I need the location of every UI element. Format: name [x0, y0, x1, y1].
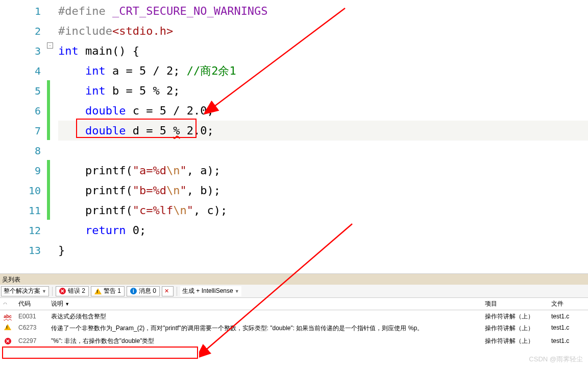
- line-number: 1: [0, 1, 47, 21]
- line-number: 12: [0, 220, 47, 240]
- code-line[interactable]: int a = 5 / 2; //商2余1: [58, 61, 588, 81]
- intellisense-error-icon: abc: [4, 314, 12, 319]
- build-intellisense-label: 生成 + IntelliSense: [182, 287, 233, 295]
- warnings-filter-button[interactable]: 警告 1: [91, 286, 125, 296]
- token-plain: c = 5 / 2.0;: [126, 104, 213, 117]
- code-line[interactable]: return 0;: [58, 220, 588, 240]
- code-line[interactable]: printf("a=%d\n", a);: [58, 160, 588, 180]
- token-str: ": [180, 164, 186, 177]
- error-file[interactable]: test1.c: [548, 337, 588, 344]
- solution-filter-combo[interactable]: 整个解决方案 ▼: [1, 286, 49, 296]
- error-row[interactable]: abcE0031表达式必须包含整型操作符讲解（上）test1.c: [0, 310, 588, 322]
- col-code[interactable]: 代码: [15, 299, 48, 308]
- token-pp: #define: [58, 5, 106, 17]
- modified-indicator: [47, 160, 50, 220]
- error-row[interactable]: ✕C2297"%": 非法，右操作数包含"double"类型操作符讲解（上）te…: [0, 335, 588, 347]
- clear-icon: [164, 288, 171, 294]
- token-plain: b = 5 % 2;: [106, 84, 180, 97]
- token-plain: 2.0;: [180, 124, 213, 137]
- error-file[interactable]: test1.c: [548, 324, 588, 331]
- code-line[interactable]: #define _CRT_SECURE_NO_WARNINGS: [58, 1, 588, 21]
- error-project: 操作符讲解（上）: [482, 312, 548, 321]
- error-list-title: 吴列表: [0, 273, 588, 285]
- messages-filter-button[interactable]: i 消息 0: [127, 286, 160, 296]
- error-description: "%": 非法，右操作数包含"double"类型: [48, 337, 482, 345]
- token-comment: //商2余1: [187, 63, 236, 79]
- col-proj[interactable]: 项目: [482, 299, 548, 308]
- token-esc: \n: [166, 164, 180, 177]
- token-plain: 0;: [126, 224, 146, 237]
- token-plain: printf(: [85, 204, 133, 217]
- line-number: 7: [0, 121, 47, 141]
- token-plain: printf(: [85, 164, 133, 177]
- token-kw: int: [58, 44, 79, 57]
- token-str: "b=%d: [133, 184, 166, 197]
- token-plain: main() {: [79, 44, 139, 57]
- error-code[interactable]: E0031: [15, 313, 48, 320]
- solution-filter-label: 整个解决方案: [4, 287, 40, 295]
- error-description: 表达式必须包含整型: [48, 312, 482, 321]
- warning-icon: [4, 324, 11, 330]
- error-code[interactable]: C6273: [15, 324, 48, 331]
- token-kw: int: [85, 64, 106, 77]
- line-number: 6: [0, 101, 47, 121]
- token-plain: a = 5 / 2;: [106, 64, 187, 77]
- errors-count-label: 错误 2: [68, 287, 85, 295]
- code-line[interactable]: int main() {: [58, 41, 588, 61]
- token-str: "a=%d: [133, 164, 166, 177]
- error-project: 操作符讲解（上）: [482, 324, 548, 333]
- token-str: ": [187, 204, 193, 217]
- col-desc[interactable]: 说明 ▼: [48, 299, 482, 308]
- token-plain: d = 5: [126, 124, 173, 137]
- code-line[interactable]: double d = 5 % 2.0;: [58, 121, 588, 141]
- build-intellisense-combo[interactable]: 生成 + IntelliSense ▼: [180, 286, 241, 296]
- error-code[interactable]: C2297: [15, 337, 48, 344]
- line-number-gutter: 12345678910111213: [0, 0, 47, 273]
- code-line[interactable]: }: [58, 240, 588, 260]
- info-icon: i: [130, 288, 137, 294]
- code-editor[interactable]: 12345678910111213 - #define _CRT_SECURE_…: [0, 0, 588, 273]
- separator: [52, 287, 53, 296]
- col-icon[interactable]: ᐟᐠ: [0, 301, 15, 308]
- warnings-count-label: 警告 1: [104, 287, 121, 295]
- error-file[interactable]: test1.c: [548, 313, 588, 320]
- clear-button[interactable]: [162, 286, 174, 296]
- error-row-icon: ✕: [0, 338, 15, 344]
- line-number: 10: [0, 180, 47, 200]
- code-line[interactable]: int b = 5 % 2;: [58, 81, 588, 101]
- code-line[interactable]: double c = 5 / 2.0;: [58, 101, 588, 121]
- token-plain: }: [58, 244, 65, 257]
- token-plain: , b);: [187, 184, 220, 197]
- code-line[interactable]: #include<stdio.h>: [58, 21, 588, 41]
- line-number: 3: [0, 41, 47, 61]
- token-esc: \n: [173, 204, 187, 217]
- code-line[interactable]: printf("c=%lf\n", c);: [58, 200, 588, 220]
- token-macro: _CRT_SECURE_NO_WARNINGS: [112, 5, 268, 17]
- warning-icon: [94, 288, 102, 294]
- separator: [177, 287, 177, 296]
- line-number: 9: [0, 160, 47, 180]
- fold-column: -: [47, 0, 58, 273]
- col-file[interactable]: 文件: [548, 299, 588, 308]
- token-plain: , c);: [193, 204, 227, 217]
- token-str: <stdio.h>: [112, 25, 173, 37]
- errors-filter-button[interactable]: ✕ 错误 2: [56, 286, 89, 296]
- code-line[interactable]: [58, 141, 588, 160]
- code-area[interactable]: #define _CRT_SECURE_NO_WARNINGS#include<…: [58, 0, 588, 273]
- token-plain: [106, 5, 112, 17]
- error-list[interactable]: abcE0031表达式必须包含整型操作符讲解（上）test1.cC6273传递了…: [0, 310, 588, 347]
- line-number: 5: [0, 81, 47, 101]
- error-description: 传递了一个非整数作为_Param_(2)，而对"printf"的调用需要一个整数…: [48, 324, 482, 333]
- error-project: 操作符讲解（上）: [482, 337, 548, 345]
- fold-toggle-icon[interactable]: -: [47, 42, 53, 49]
- code-line[interactable]: printf("b=%d\n", b);: [58, 180, 588, 200]
- error-row-icon: abc: [0, 314, 15, 319]
- token-pp: #include: [58, 25, 112, 37]
- error-row-icon: [0, 324, 15, 330]
- chevron-down-icon: ▼: [235, 289, 239, 294]
- token-plain: printf(: [85, 184, 133, 197]
- line-number: 11: [0, 200, 47, 220]
- error-row[interactable]: C6273传递了一个非整数作为_Param_(2)，而对"printf"的调用需…: [0, 322, 588, 335]
- token-kw: return: [85, 224, 126, 237]
- line-number: 4: [0, 61, 47, 81]
